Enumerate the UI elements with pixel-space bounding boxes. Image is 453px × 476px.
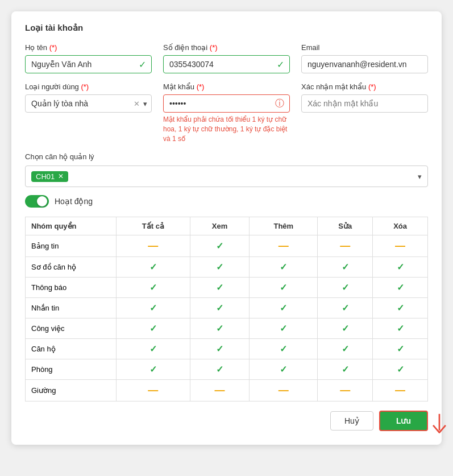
cell-xoa[interactable]: ✓	[373, 339, 428, 359]
col-nhom-quyen: Nhóm quyền	[26, 217, 117, 235]
select-arrow-icon: ▾	[143, 100, 147, 108]
dash-icon: —	[148, 240, 158, 251]
form-row-2: Loại người dùng (*) Quản lý tòa nhà ✕ ▾ …	[25, 82, 428, 143]
loai-nguoi-dung-select[interactable]: Quản lý tòa nhà	[25, 94, 152, 113]
loai-nguoi-dung-group: Loại người dùng (*) Quản lý tòa nhà ✕ ▾	[25, 82, 152, 113]
cell-them[interactable]: —	[250, 235, 318, 257]
ho-ten-check-icon: ✓	[139, 59, 146, 70]
ho-ten-group: Họ tên (*) ✓	[25, 43, 152, 73]
table-row: Thông báo✓✓✓✓✓	[26, 278, 428, 298]
xac-nhan-mat-khau-label: Xác nhận mật khẩu (*)	[301, 82, 428, 91]
row-name: Nhắn tin	[26, 298, 117, 318]
cell-them[interactable]: ✓	[250, 359, 318, 380]
cell-tat_ca[interactable]: ✓	[117, 359, 190, 380]
cell-xoa[interactable]: ✓	[373, 257, 428, 278]
mat-khau-group: Mật khẩu (*) ⓘ Mật khẩu phải chứa tối th…	[163, 82, 290, 143]
cell-sua[interactable]: ✓	[318, 339, 373, 359]
so-dien-thoai-input[interactable]	[163, 55, 290, 73]
cell-xem[interactable]: ✓	[190, 235, 250, 257]
dash-icon: —	[340, 240, 350, 251]
xac-nhan-mat-khau-input[interactable]	[301, 94, 428, 113]
cell-sua[interactable]: ✓	[318, 257, 373, 278]
can-ho-select-arrow-icon: ▾	[418, 172, 422, 181]
cell-xem[interactable]: ✓	[190, 298, 250, 318]
cell-sua[interactable]: —	[318, 380, 373, 402]
check-icon: ✓	[342, 262, 349, 272]
cell-them[interactable]: ✓	[250, 318, 318, 339]
modal-title: Loại tài khoản	[25, 23, 428, 33]
select-clear-icon[interactable]: ✕	[134, 100, 140, 108]
cell-xem[interactable]: ✓	[190, 257, 250, 278]
cell-them[interactable]: ✓	[250, 278, 318, 298]
row-name: Công việc	[26, 318, 117, 339]
cell-tat_ca[interactable]: ✓	[117, 257, 190, 278]
check-icon: ✓	[280, 324, 287, 333]
cell-them[interactable]: ✓	[250, 257, 318, 278]
cell-sua[interactable]: ✓	[318, 359, 373, 380]
cell-them[interactable]: ✓	[250, 298, 318, 318]
mat-khau-label: Mật khẩu (*)	[163, 82, 290, 91]
save-button-wrapper: Lưu	[379, 411, 428, 431]
loai-nguoi-dung-label: Loại người dùng (*)	[25, 82, 152, 91]
check-icon: ✓	[149, 283, 157, 292]
cell-sua[interactable]: ✓	[318, 278, 373, 298]
table-row: Nhắn tin✓✓✓✓✓	[26, 298, 428, 318]
cell-sua[interactable]: ✓	[318, 318, 373, 339]
cell-xoa[interactable]: ✓	[373, 318, 428, 339]
email-input-wrapper	[301, 55, 428, 73]
cancel-button[interactable]: Huỷ	[330, 411, 373, 431]
check-icon: ✓	[216, 241, 223, 251]
so-dien-thoai-label: Số điện thoại (*)	[163, 43, 290, 52]
can-ho-tag-select[interactable]: CH01 ✕ ▾	[25, 165, 428, 187]
check-icon: ✓	[280, 303, 287, 313]
ho-ten-input[interactable]	[25, 55, 152, 73]
col-xem: Xem	[190, 217, 250, 235]
dash-icon: —	[279, 240, 289, 251]
cell-tat_ca[interactable]: ✓	[117, 298, 190, 318]
xac-nhan-mat-khau-input-wrapper	[301, 94, 428, 113]
cell-xoa[interactable]: —	[373, 235, 428, 257]
so-dien-thoai-check-icon: ✓	[277, 59, 284, 70]
row-name: Sơ đồ căn hộ	[26, 257, 117, 278]
hoat-dong-label: Hoạt động	[55, 197, 93, 206]
so-dien-thoai-input-wrapper: ✓	[163, 55, 290, 73]
cell-tat_ca[interactable]: ✓	[117, 318, 190, 339]
cell-xoa[interactable]: ✓	[373, 278, 428, 298]
can-ho-tag: CH01 ✕	[31, 171, 68, 182]
cell-tat_ca[interactable]: ✓	[117, 339, 190, 359]
table-row: Căn hộ✓✓✓✓✓	[26, 339, 428, 359]
save-button[interactable]: Lưu	[379, 411, 428, 431]
can-ho-tag-remove[interactable]: ✕	[58, 172, 64, 180]
cell-xoa[interactable]: ✓	[373, 359, 428, 380]
cell-sua[interactable]: ✓	[318, 298, 373, 318]
cell-xem[interactable]: ✓	[190, 359, 250, 380]
ho-ten-input-wrapper: ✓	[25, 55, 152, 73]
mat-khau-error-icon: ⓘ	[275, 98, 284, 110]
cell-tat_ca[interactable]: —	[117, 380, 190, 402]
cell-them[interactable]: —	[250, 380, 318, 402]
check-icon: ✓	[342, 324, 349, 333]
cell-xoa[interactable]: —	[373, 380, 428, 402]
cell-xem[interactable]: ✓	[190, 339, 250, 359]
loai-nguoi-dung-select-wrapper: Quản lý tòa nhà ✕ ▾	[25, 94, 152, 113]
cell-xem[interactable]: ✓	[190, 278, 250, 298]
col-sua: Sửa	[318, 217, 373, 235]
cell-sua[interactable]: —	[318, 235, 373, 257]
check-icon: ✓	[216, 262, 223, 272]
cell-xoa[interactable]: ✓	[373, 298, 428, 318]
cell-xem[interactable]: —	[190, 380, 250, 402]
mat-khau-input[interactable]	[163, 94, 290, 113]
cell-tat_ca[interactable]: —	[117, 235, 190, 257]
email-input[interactable]	[301, 55, 428, 73]
cell-them[interactable]: ✓	[250, 339, 318, 359]
check-icon: ✓	[149, 344, 157, 354]
row-name: Thông báo	[26, 278, 117, 298]
row-name: Bảng tin	[26, 235, 117, 257]
check-icon: ✓	[342, 365, 349, 374]
cell-tat_ca[interactable]: ✓	[117, 278, 190, 298]
cell-xem[interactable]: ✓	[190, 318, 250, 339]
table-row: Phòng✓✓✓✓✓	[26, 359, 428, 380]
col-xoa: Xóa	[373, 217, 428, 235]
check-icon: ✓	[216, 365, 223, 374]
hoat-dong-toggle[interactable]	[25, 195, 49, 208]
